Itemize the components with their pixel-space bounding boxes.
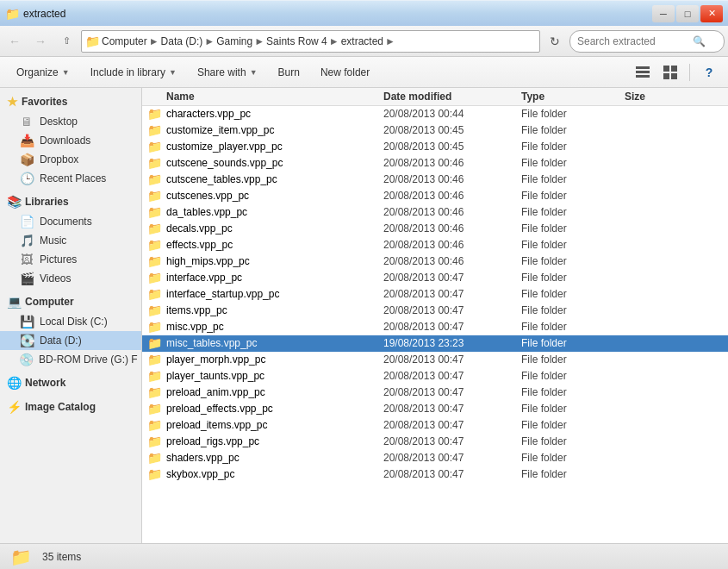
include-in-library-label: Include in library [90, 66, 165, 78]
file-type: File folder [521, 435, 625, 447]
new-folder-button[interactable]: New folder [311, 61, 379, 84]
table-row[interactable]: 📁 preload_rigs.vpp_pc 20/08/2013 00:47 F… [142, 434, 728, 450]
table-row[interactable]: 📁 high_mips.vpp_pc 20/08/2013 00:46 File… [142, 253, 728, 270]
sidebar-item-pictures[interactable]: 🖼 Pictures [0, 250, 141, 269]
file-type: File folder [521, 403, 625, 415]
column-type[interactable]: Type [521, 91, 625, 103]
file-folder-icon: 📁 [142, 238, 166, 252]
table-row[interactable]: 📁 effects.vpp_pc 20/08/2013 00:46 File f… [142, 237, 728, 253]
back-button[interactable]: ← [3, 30, 26, 53]
file-type: File folder [521, 108, 625, 120]
table-row[interactable]: 📁 misc.vpp_pc 20/08/2013 00:47 File fold… [142, 319, 728, 335]
column-date-modified[interactable]: Date modified [383, 91, 521, 103]
status-item-count: 35 items [42, 551, 81, 563]
status-bar: 📁 35 items [0, 543, 728, 569]
table-row[interactable]: 📁 characters.vpp_pc 20/08/2013 00:44 Fil… [142, 106, 728, 122]
file-folder-icon: 📁 [142, 451, 166, 465]
file-type: File folder [521, 337, 625, 349]
view-large-icons-button[interactable] [658, 61, 682, 84]
table-row[interactable]: 📁 misc_tables.vpp_pc 19/08/2013 23:23 Fi… [142, 335, 728, 352]
up-button[interactable]: ⇧ [55, 30, 78, 53]
title-bar-title: extracted [23, 8, 65, 20]
table-row[interactable]: 📁 customize_player.vpp_pc 20/08/2013 00:… [142, 139, 728, 155]
sidebar-computer-group[interactable]: 💻 Computer [0, 291, 141, 312]
file-name: interface.vpp_pc [166, 272, 383, 284]
view-details-button[interactable] [631, 61, 655, 84]
sidebar-item-localc-label: Local Disk (C:) [40, 316, 108, 328]
sidebar-computer-section: 💻 Computer 💾 Local Disk (C:) 💽 Data (D:)… [0, 291, 141, 369]
sidebar-favorites-group[interactable]: ★ Favorites [0, 91, 141, 112]
table-row[interactable]: 📁 player_morph.vpp_pc 20/08/2013 00:47 F… [142, 352, 728, 368]
burn-button[interactable]: Burn [269, 61, 309, 84]
table-row[interactable]: 📁 items.vpp_pc 20/08/2013 00:47 File fol… [142, 303, 728, 319]
table-row[interactable]: 📁 preload_effects.vpp_pc 20/08/2013 00:4… [142, 401, 728, 417]
file-name: effects.vpp_pc [166, 239, 383, 251]
table-row[interactable]: 📁 decals.vpp_pc 20/08/2013 00:46 File fo… [142, 221, 728, 237]
sidebar-item-localc[interactable]: 💾 Local Disk (C:) [0, 312, 141, 331]
file-folder-icon: 📁 [142, 189, 166, 203]
sidebar-item-dropbox[interactable]: 📦 Dropbox [0, 150, 141, 169]
table-row[interactable]: 📁 cutscene_sounds.vpp_pc 20/08/2013 00:4… [142, 155, 728, 172]
sidebar-favorites-label: Favorites [22, 96, 67, 108]
organize-button[interactable]: Organize ▼ [7, 61, 79, 84]
table-row[interactable]: 📁 interface_startup.vpp_pc 20/08/2013 00… [142, 286, 728, 303]
sidebar-item-datad[interactable]: 💽 Data (D:) [0, 331, 141, 350]
search-bar[interactable]: 🔍 [569, 30, 725, 53]
close-button[interactable]: ✕ [700, 5, 723, 22]
column-size[interactable]: Size [625, 91, 694, 103]
sidebar-item-downloads[interactable]: 📥 Downloads [0, 131, 141, 150]
file-date: 20/08/2013 00:47 [383, 353, 521, 366]
file-name: misc.vpp_pc [166, 321, 383, 333]
table-row[interactable]: 📁 skybox.vpp_pc 20/08/2013 00:47 File fo… [142, 466, 728, 483]
sidebar-item-music[interactable]: 🎵 Music [0, 231, 141, 250]
file-name: shaders.vpp_pc [166, 452, 383, 464]
sidebar-item-recentplaces[interactable]: 🕒 Recent Places [0, 169, 141, 188]
documents-icon: 📄 [19, 215, 34, 228]
recent-places-icon: 🕒 [19, 172, 34, 185]
table-row[interactable]: 📁 cutscene_tables.vpp_pc 20/08/2013 00:4… [142, 172, 728, 188]
file-date: 20/08/2013 00:46 [383, 173, 521, 185]
table-row[interactable]: 📁 shaders.vpp_pc 20/08/2013 00:47 File f… [142, 450, 728, 466]
sidebar-libraries-group[interactable]: 📚 Libraries [0, 191, 141, 212]
sidebar-item-bdrom[interactable]: 💿 BD-ROM Drive (G:) F [0, 350, 141, 369]
desktop-icon: 🖥 [19, 115, 34, 128]
forward-button[interactable]: → [29, 30, 52, 53]
file-date: 20/08/2013 00:46 [383, 239, 521, 251]
file-date: 20/08/2013 00:45 [383, 141, 521, 153]
search-input[interactable] [577, 35, 689, 47]
table-row[interactable]: 📁 preload_items.vpp_pc 20/08/2013 00:47 … [142, 417, 728, 434]
maximize-button[interactable]: □ [676, 5, 699, 22]
address-saintsrow4: Saints Row 4 [266, 35, 327, 47]
file-date: 20/08/2013 00:47 [383, 435, 521, 447]
help-button[interactable]: ? [697, 61, 721, 84]
table-row[interactable]: 📁 player_taunts.vpp_pc 20/08/2013 00:47 … [142, 368, 728, 385]
sidebar: ★ Favorites 🖥 Desktop 📥 Downloads 📦 Drop… [0, 88, 142, 543]
table-row[interactable]: 📁 da_tables.vpp_pc 20/08/2013 00:46 File… [142, 204, 728, 221]
include-in-library-button[interactable]: Include in library ▼ [81, 61, 186, 84]
sidebar-imagecatalog-group[interactable]: ⚡ Image Catalog [0, 397, 141, 417]
file-name: misc_tables.vpp_pc [166, 337, 383, 349]
videos-icon: 🎬 [19, 272, 34, 285]
address-bar[interactable]: 📁 Computer ► Data (D:) ► Gaming ► Saints… [81, 30, 540, 53]
minimize-button[interactable]: ─ [652, 5, 675, 22]
table-row[interactable]: 📁 preload_anim.vpp_pc 20/08/2013 00:47 F… [142, 385, 728, 401]
table-row[interactable]: 📁 customize_item.vpp_pc 20/08/2013 00:45… [142, 122, 728, 139]
sidebar-item-documents[interactable]: 📄 Documents [0, 212, 141, 231]
sidebar-item-videos[interactable]: 🎬 Videos [0, 269, 141, 288]
table-row[interactable]: 📁 cutscenes.vpp_pc 20/08/2013 00:46 File… [142, 188, 728, 204]
share-with-button[interactable]: Share with ▼ [188, 61, 267, 84]
sidebar-network-group[interactable]: 🌐 Network [0, 372, 141, 393]
sidebar-item-downloads-label: Downloads [40, 134, 90, 147]
sidebar-libraries-section: 📚 Libraries 📄 Documents 🎵 Music 🖼 Pictur… [0, 191, 141, 288]
table-row[interactable]: 📁 interface.vpp_pc 20/08/2013 00:47 File… [142, 270, 728, 286]
refresh-button[interactable]: ↻ [544, 30, 566, 53]
sidebar-item-pictures-label: Pictures [40, 253, 77, 266]
file-type: File folder [521, 173, 625, 185]
title-bar: 📁 extracted ─ □ ✕ [0, 0, 728, 26]
toolbar-separator [689, 64, 690, 81]
file-folder-icon: 📁 [142, 320, 166, 334]
sidebar-item-desktop[interactable]: 🖥 Desktop [0, 112, 141, 131]
svg-rect-1 [636, 71, 650, 73]
column-name[interactable]: Name [142, 91, 383, 103]
file-folder-icon: 📁 [142, 156, 166, 170]
